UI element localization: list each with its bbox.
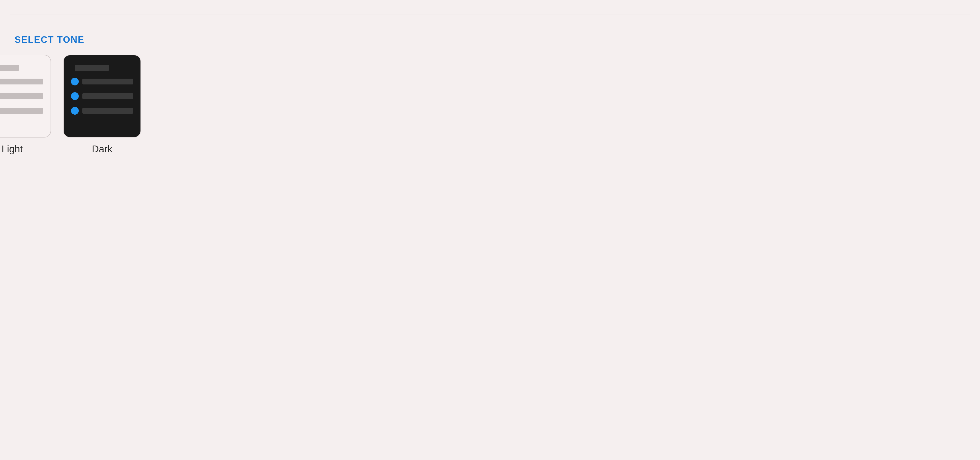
preview-list-item [71, 78, 133, 85]
tone-card-light[interactable] [0, 55, 51, 137]
dot-icon [71, 107, 79, 115]
dot-icon [71, 78, 79, 85]
tone-option-dark: Dark [63, 55, 141, 155]
preview-line [0, 93, 43, 99]
preview-title-bar [75, 65, 109, 71]
settings-container: SELECT TONE [0, 0, 980, 460]
preview-line [83, 78, 133, 85]
tone-option-light: Light [0, 55, 51, 155]
preview-list-item [71, 92, 133, 100]
section-title: SELECT TONE [14, 35, 970, 45]
preview-title-bar [0, 65, 19, 71]
preview-list-item [0, 107, 43, 115]
preview-line [83, 108, 133, 113]
divider [10, 14, 970, 15]
preview-list-item [0, 92, 43, 100]
tone-card-dark[interactable] [63, 55, 141, 137]
preview-list-item [71, 107, 133, 115]
tone-label-light: Light [2, 144, 23, 155]
preview-line [0, 78, 43, 85]
tone-label-dark: Dark [92, 144, 112, 155]
tone-options-row: Light Dark [0, 55, 970, 155]
preview-list-item [0, 78, 43, 85]
preview-line [83, 93, 133, 99]
preview-line [0, 108, 43, 113]
dot-icon [71, 92, 79, 100]
